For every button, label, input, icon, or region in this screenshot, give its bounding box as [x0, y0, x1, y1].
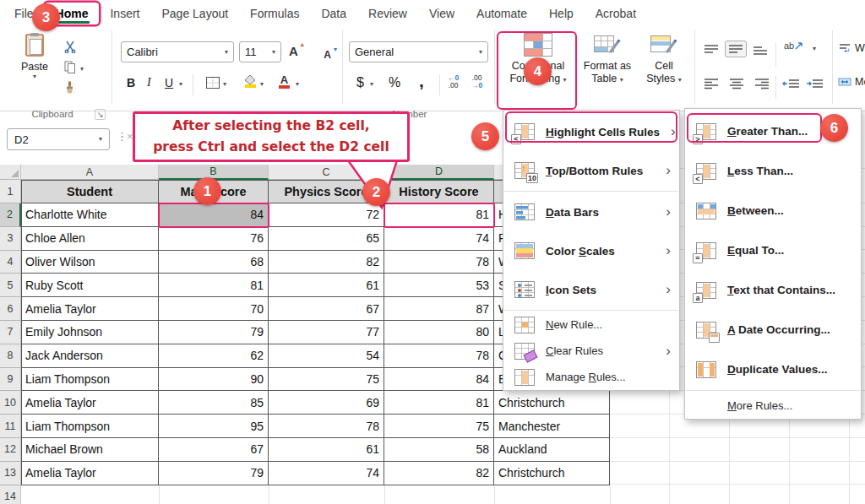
column-header-A[interactable]: A — [21, 165, 159, 180]
tab-data[interactable]: Data — [310, 3, 357, 24]
cell-D3[interactable]: 74 — [384, 227, 494, 251]
clipboard-dialog-launcher-icon[interactable]: ↘ — [95, 109, 106, 120]
cell-E12[interactable]: Auckland — [494, 438, 610, 462]
chevron-down-icon[interactable]: ▾ — [813, 46, 816, 52]
select-all-button[interactable] — [0, 165, 21, 180]
cell-E13[interactable]: Christchurch — [494, 462, 610, 485]
menu-item-top-bottom-rules[interactable]: 10↑Top/Bottom Rules› — [503, 151, 679, 190]
menu-item-icon-sets[interactable]: Icon Sets› — [503, 270, 679, 309]
tab-automate[interactable]: Automate — [465, 3, 538, 24]
cell-C4[interactable]: 82 — [269, 251, 384, 274]
tab-page-layout[interactable]: Page Layout — [150, 3, 239, 24]
orientation-button[interactable]: ab — [784, 41, 804, 51]
cell-styles-button[interactable]: Cell Styles ▾ — [639, 33, 688, 85]
menu-item-duplicate-values[interactable]: Duplicate Values... — [685, 350, 861, 389]
cell-E11[interactable]: Manchester — [494, 415, 610, 438]
cell-A6[interactable]: Amelia Taylor — [21, 297, 159, 321]
cell-B2[interactable]: 84 — [159, 203, 269, 227]
row-header-7[interactable]: 7 — [0, 321, 21, 344]
row-header-14[interactable]: 14 — [0, 485, 21, 504]
copy-icon[interactable] — [64, 61, 76, 74]
increase-decimal-button[interactable]: ←0 .00 — [448, 74, 459, 89]
cell-C7[interactable]: 77 — [269, 321, 384, 344]
cell-C11[interactable]: 78 — [269, 415, 384, 438]
percent-style-button[interactable]: % — [389, 75, 400, 90]
decrease-decimal-button[interactable]: .00 →0 — [471, 74, 482, 89]
menu-item-more-rules[interactable]: More Rules... — [685, 392, 861, 419]
chevron-down-icon[interactable]: ▾ — [80, 66, 84, 73]
cell-C3[interactable]: 65 — [269, 227, 384, 251]
wrap-text-button[interactable]: ↵ Wra — [838, 42, 865, 54]
top-align-button[interactable] — [703, 44, 720, 56]
cell-D11[interactable]: 75 — [384, 415, 494, 438]
cell-C5[interactable]: 61 — [269, 274, 384, 297]
align-right-button[interactable] — [753, 78, 770, 89]
cell-B3[interactable]: 76 — [159, 227, 269, 251]
tab-view[interactable]: View — [418, 3, 465, 24]
cell-C8[interactable]: 54 — [269, 344, 384, 368]
cell-A4[interactable]: Oliver Wilson — [21, 251, 159, 274]
cell-D10[interactable]: 81 — [384, 391, 494, 415]
cell-C13[interactable]: 74 — [269, 462, 384, 485]
name-box[interactable]: D2 ▾ — [7, 128, 110, 150]
cell-C6[interactable]: 67 — [269, 297, 384, 321]
cell-B4[interactable]: 68 — [159, 251, 269, 274]
chevron-down-icon[interactable]: ▾ — [260, 81, 264, 88]
font-size-select[interactable]: 11 ▾ — [239, 41, 281, 62]
row-header-9[interactable]: 9 — [0, 368, 21, 392]
italic-button[interactable]: I — [147, 76, 151, 89]
tab-insert[interactable]: Insert — [99, 3, 150, 24]
cell-E10[interactable]: Christchurch — [494, 391, 610, 415]
cell-D7[interactable]: 80 — [384, 321, 494, 344]
menu-item-highlight-cells-rules[interactable]: ≤Highlight Cells Rules› — [503, 112, 679, 151]
underline-button[interactable]: U — [165, 76, 173, 89]
chevron-down-icon[interactable]: ▾ — [223, 81, 226, 88]
cell-A5[interactable]: Ruby Scott — [21, 274, 159, 297]
grow-font-button[interactable]: A▴ — [289, 44, 298, 58]
chevron-down-icon[interactable]: ▾ — [296, 81, 299, 88]
cell-B7[interactable]: 79 — [159, 321, 269, 344]
font-color-button[interactable]: A — [279, 74, 290, 89]
menu-item-text-that-contains[interactable]: aText that Contains... — [685, 270, 861, 310]
row-header-8[interactable]: 8 — [0, 344, 21, 368]
cell-C9[interactable]: 75 — [269, 368, 384, 392]
shrink-font-button[interactable]: A▾ — [324, 49, 331, 61]
merge-center-button[interactable]: Me — [838, 76, 865, 88]
cell-D9[interactable]: 84 — [384, 368, 494, 392]
cell-C12[interactable]: 61 — [269, 438, 384, 462]
bottom-align-button[interactable] — [752, 44, 769, 56]
chevron-down-icon[interactable]: ▾ — [179, 81, 182, 88]
row-header-4[interactable]: 4 — [0, 251, 21, 274]
row-header-6[interactable]: 6 — [0, 297, 21, 321]
paste-button[interactable]: Paste ▾ — [12, 32, 57, 80]
row-header-1[interactable]: 1 — [0, 180, 21, 203]
tab-help[interactable]: Help — [538, 3, 585, 24]
menu-item-a-date-occurring[interactable]: A Date Occurring... — [685, 310, 861, 350]
cell-D5[interactable]: 53 — [384, 274, 494, 297]
cell-A10[interactable]: Amelia Taylor — [21, 391, 159, 415]
row-header-12[interactable]: 12 — [0, 438, 21, 462]
menu-item-equal-to[interactable]: =Equal To... — [685, 230, 861, 270]
row-header-3[interactable]: 3 — [0, 227, 21, 251]
cell-A9[interactable]: Liam Thompson — [21, 368, 159, 392]
comma-style-button[interactable]: , — [419, 71, 424, 91]
accounting-format-button[interactable]: $ — [356, 75, 364, 90]
bold-button[interactable]: B — [127, 76, 135, 89]
fill-color-button[interactable] — [243, 75, 257, 88]
align-left-button[interactable] — [703, 78, 720, 89]
cell-A8[interactable]: Jack Anderson — [21, 344, 159, 368]
cell-B5[interactable]: 81 — [159, 274, 269, 297]
row-header-2[interactable]: 2 — [0, 203, 21, 227]
borders-button[interactable] — [206, 77, 220, 89]
cell-A12[interactable]: Michael Brown — [21, 438, 159, 462]
cut-icon[interactable] — [64, 41, 76, 53]
cell-D8[interactable]: 78 — [384, 344, 494, 368]
cell-B12[interactable]: 67 — [159, 438, 269, 462]
menu-item-manage-rules[interactable]: Manage Rules... — [503, 364, 679, 390]
number-format-select[interactable]: General ▾ — [349, 41, 488, 62]
chevron-down-icon[interactable]: ▾ — [370, 81, 373, 88]
cell-D4[interactable]: 78 — [384, 251, 494, 274]
cell-A3[interactable]: Chloe Allen — [21, 227, 159, 251]
tab-formulas[interactable]: Formulas — [239, 3, 310, 24]
row-header-5[interactable]: 5 — [0, 274, 21, 297]
